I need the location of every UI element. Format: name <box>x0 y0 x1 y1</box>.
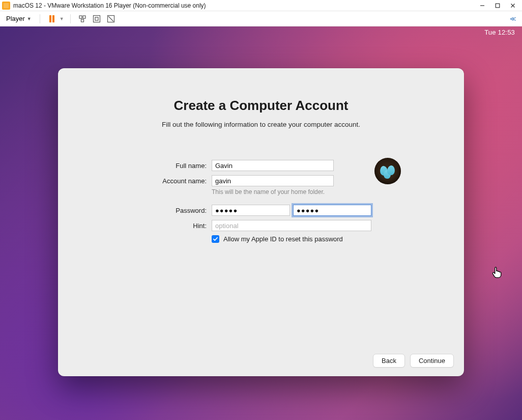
player-menu-label: Player <box>6 15 25 22</box>
password-verify-input[interactable] <box>293 205 371 216</box>
back-button[interactable]: Back <box>373 354 405 368</box>
svg-rect-4 <box>79 16 82 18</box>
player-menu[interactable]: Player ▼ <box>4 14 34 23</box>
window-minimize-button[interactable] <box>475 1 489 11</box>
account-name-helper: This will be the name of your home folde… <box>212 188 325 195</box>
full-name-label: Full name: <box>78 162 212 170</box>
dialog-title: Create a Computer Account <box>78 98 444 114</box>
window-maximize-button[interactable] <box>490 1 505 11</box>
svg-rect-1 <box>496 4 500 8</box>
password-label: Password: <box>78 207 212 214</box>
full-name-input[interactable] <box>212 160 334 171</box>
setup-assistant-dialog: Create a Computer Account Fill out the f… <box>58 68 464 376</box>
collapse-icon: ≪ <box>510 15 515 22</box>
menubar-clock[interactable]: Tue 12:53 <box>484 29 515 36</box>
hint-input[interactable] <box>212 220 371 231</box>
svg-rect-5 <box>83 16 85 18</box>
power-dropdown-caret-icon[interactable]: ▼ <box>60 16 64 21</box>
toolbar-separator <box>70 14 71 23</box>
pause-vm-button[interactable] <box>46 13 57 24</box>
vmware-toolbar: Player ▼ ▼ ≪ <box>0 11 522 26</box>
svg-rect-6 <box>81 19 83 22</box>
window-title: macOS 12 - VMware Workstation 16 Player … <box>13 2 206 9</box>
toolbar-separator <box>40 14 40 23</box>
svg-rect-7 <box>93 15 100 22</box>
allow-apple-id-reset-checkbox[interactable] <box>212 235 219 243</box>
account-name-label: Account name: <box>78 177 212 185</box>
account-name-input[interactable] <box>212 175 334 186</box>
unity-mode-button[interactable] <box>105 13 117 24</box>
password-input[interactable] <box>212 205 290 216</box>
host-window-titlebar: macOS 12 - VMware Workstation 16 Player … <box>0 0 522 11</box>
allow-apple-id-reset-label: Allow my Apple ID to reset this password <box>223 235 343 243</box>
dialog-subtitle: Fill out the following information to cr… <box>78 121 444 128</box>
dropdown-caret-icon: ▼ <box>27 16 32 21</box>
vmware-app-icon <box>2 2 10 10</box>
dialog-footer: Back Continue <box>58 345 464 376</box>
window-close-button[interactable] <box>506 1 520 11</box>
collapse-toolbar-button[interactable]: ≪ <box>507 13 518 24</box>
account-picture-avatar[interactable] <box>374 158 401 184</box>
svg-rect-8 <box>95 17 98 20</box>
guest-screen: Tue 12:53 Create a Computer Account Fill… <box>0 26 522 420</box>
send-ctrl-alt-del-button[interactable] <box>77 13 88 24</box>
svg-line-10 <box>108 16 113 21</box>
cursor-pointer-icon <box>491 266 503 278</box>
hint-label: Hint: <box>78 222 212 230</box>
fullscreen-button[interactable] <box>91 13 102 24</box>
continue-button[interactable]: Continue <box>410 354 454 368</box>
